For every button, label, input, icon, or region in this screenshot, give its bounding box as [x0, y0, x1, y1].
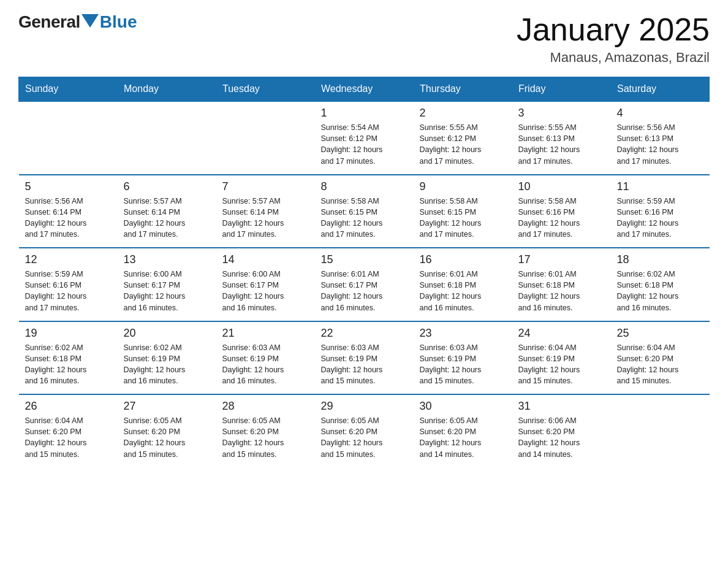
day-info: Sunrise: 6:02 AM Sunset: 6:18 PM Dayligh…	[617, 269, 703, 313]
calendar-cell: 12Sunrise: 5:59 AM Sunset: 6:16 PM Dayli…	[19, 248, 118, 321]
day-number: 8	[321, 180, 408, 193]
calendar-cell	[216, 101, 315, 175]
calendar-cell: 10Sunrise: 5:58 AM Sunset: 6:16 PM Dayli…	[512, 175, 611, 248]
calendar-cell: 19Sunrise: 6:02 AM Sunset: 6:18 PM Dayli…	[19, 321, 118, 395]
calendar-cell	[19, 101, 118, 175]
calendar-cell: 20Sunrise: 6:02 AM Sunset: 6:19 PM Dayli…	[118, 321, 216, 395]
day-number: 21	[222, 327, 309, 340]
day-info: Sunrise: 6:03 AM Sunset: 6:19 PM Dayligh…	[321, 342, 408, 387]
day-number: 13	[124, 253, 210, 266]
day-info: Sunrise: 6:02 AM Sunset: 6:18 PM Dayligh…	[25, 342, 112, 387]
calendar-week-row: 26Sunrise: 6:04 AM Sunset: 6:20 PM Dayli…	[19, 394, 710, 467]
calendar-week-row: 12Sunrise: 5:59 AM Sunset: 6:16 PM Dayli…	[19, 248, 710, 321]
day-info: Sunrise: 5:58 AM Sunset: 6:15 PM Dayligh…	[321, 196, 408, 240]
day-info: Sunrise: 6:05 AM Sunset: 6:20 PM Dayligh…	[222, 415, 309, 460]
day-info: Sunrise: 6:00 AM Sunset: 6:17 PM Dayligh…	[222, 269, 309, 313]
day-info: Sunrise: 5:58 AM Sunset: 6:16 PM Dayligh…	[518, 196, 605, 240]
calendar-header-wednesday: Wednesday	[315, 77, 414, 102]
day-number: 24	[518, 327, 605, 340]
day-number: 22	[321, 327, 408, 340]
calendar-cell: 9Sunrise: 5:58 AM Sunset: 6:15 PM Daylig…	[414, 175, 512, 248]
day-number: 20	[124, 327, 210, 340]
day-info: Sunrise: 6:02 AM Sunset: 6:19 PM Dayligh…	[124, 342, 210, 387]
day-info: Sunrise: 5:59 AM Sunset: 6:16 PM Dayligh…	[25, 269, 112, 313]
logo: General Blue	[18, 12, 137, 32]
calendar-cell: 26Sunrise: 6:04 AM Sunset: 6:20 PM Dayli…	[19, 394, 118, 467]
title-block: January 2025 Manaus, Amazonas, Brazil	[517, 12, 710, 66]
calendar-title: January 2025	[517, 12, 710, 47]
calendar-cell: 11Sunrise: 5:59 AM Sunset: 6:16 PM Dayli…	[611, 175, 710, 248]
calendar-header-monday: Monday	[118, 77, 216, 102]
calendar-table: SundayMondayTuesdayWednesdayThursdayFrid…	[18, 77, 710, 467]
day-number: 5	[25, 180, 112, 193]
day-info: Sunrise: 5:57 AM Sunset: 6:14 PM Dayligh…	[222, 196, 309, 240]
day-info: Sunrise: 6:04 AM Sunset: 6:20 PM Dayligh…	[25, 415, 112, 460]
day-number: 10	[518, 180, 605, 193]
day-info: Sunrise: 6:03 AM Sunset: 6:19 PM Dayligh…	[420, 342, 506, 387]
day-info: Sunrise: 6:01 AM Sunset: 6:18 PM Dayligh…	[518, 269, 605, 313]
calendar-cell: 3Sunrise: 5:55 AM Sunset: 6:13 PM Daylig…	[512, 101, 611, 175]
day-number: 2	[420, 107, 506, 120]
day-number: 27	[124, 400, 210, 413]
day-number: 19	[25, 327, 112, 340]
calendar-cell: 21Sunrise: 6:03 AM Sunset: 6:19 PM Dayli…	[216, 321, 315, 395]
day-number: 3	[518, 107, 605, 120]
day-info: Sunrise: 6:05 AM Sunset: 6:20 PM Dayligh…	[321, 415, 408, 460]
day-info: Sunrise: 6:04 AM Sunset: 6:19 PM Dayligh…	[518, 342, 605, 387]
calendar-header-sunday: Sunday	[19, 77, 118, 102]
calendar-cell: 25Sunrise: 6:04 AM Sunset: 6:20 PM Dayli…	[611, 321, 710, 395]
day-number: 30	[420, 400, 506, 413]
day-info: Sunrise: 6:01 AM Sunset: 6:17 PM Dayligh…	[321, 269, 408, 313]
logo-general-text: General	[18, 12, 80, 32]
day-number: 31	[518, 400, 605, 413]
calendar-week-row: 1Sunrise: 5:54 AM Sunset: 6:12 PM Daylig…	[19, 101, 710, 175]
calendar-cell: 4Sunrise: 5:56 AM Sunset: 6:13 PM Daylig…	[611, 101, 710, 175]
calendar-location: Manaus, Amazonas, Brazil	[517, 50, 710, 66]
day-number: 28	[222, 400, 309, 413]
day-number: 18	[617, 253, 703, 266]
calendar-cell	[611, 394, 710, 467]
calendar-week-row: 19Sunrise: 6:02 AM Sunset: 6:18 PM Dayli…	[19, 321, 710, 395]
day-number: 26	[25, 400, 112, 413]
calendar-header-saturday: Saturday	[611, 77, 710, 102]
calendar-cell: 29Sunrise: 6:05 AM Sunset: 6:20 PM Dayli…	[315, 394, 414, 467]
day-number: 16	[420, 253, 506, 266]
calendar-cell	[118, 101, 216, 175]
page-header: General Blue January 2025 Manaus, Amazon…	[18, 12, 710, 66]
calendar-cell: 8Sunrise: 5:58 AM Sunset: 6:15 PM Daylig…	[315, 175, 414, 248]
day-info: Sunrise: 5:56 AM Sunset: 6:14 PM Dayligh…	[25, 196, 112, 240]
day-info: Sunrise: 5:54 AM Sunset: 6:12 PM Dayligh…	[321, 122, 408, 167]
day-number: 7	[222, 180, 309, 193]
day-info: Sunrise: 6:05 AM Sunset: 6:20 PM Dayligh…	[124, 415, 210, 460]
day-info: Sunrise: 6:06 AM Sunset: 6:20 PM Dayligh…	[518, 415, 605, 460]
day-info: Sunrise: 5:55 AM Sunset: 6:13 PM Dayligh…	[518, 122, 605, 167]
calendar-cell: 30Sunrise: 6:05 AM Sunset: 6:20 PM Dayli…	[414, 394, 512, 467]
day-info: Sunrise: 5:58 AM Sunset: 6:15 PM Dayligh…	[420, 196, 506, 240]
calendar-cell: 31Sunrise: 6:06 AM Sunset: 6:20 PM Dayli…	[512, 394, 611, 467]
day-number: 6	[124, 180, 210, 193]
calendar-header-friday: Friday	[512, 77, 611, 102]
calendar-header-row: SundayMondayTuesdayWednesdayThursdayFrid…	[19, 77, 710, 102]
calendar-cell: 5Sunrise: 5:56 AM Sunset: 6:14 PM Daylig…	[19, 175, 118, 248]
calendar-week-row: 5Sunrise: 5:56 AM Sunset: 6:14 PM Daylig…	[19, 175, 710, 248]
day-info: Sunrise: 5:57 AM Sunset: 6:14 PM Dayligh…	[124, 196, 210, 240]
day-info: Sunrise: 6:00 AM Sunset: 6:17 PM Dayligh…	[124, 269, 210, 313]
logo-triangle-icon	[82, 14, 99, 28]
day-number: 23	[420, 327, 506, 340]
calendar-header-thursday: Thursday	[414, 77, 512, 102]
calendar-cell: 24Sunrise: 6:04 AM Sunset: 6:19 PM Dayli…	[512, 321, 611, 395]
day-number: 1	[321, 107, 408, 120]
day-number: 9	[420, 180, 506, 193]
day-info: Sunrise: 5:55 AM Sunset: 6:12 PM Dayligh…	[420, 122, 506, 167]
calendar-cell: 22Sunrise: 6:03 AM Sunset: 6:19 PM Dayli…	[315, 321, 414, 395]
calendar-cell: 27Sunrise: 6:05 AM Sunset: 6:20 PM Dayli…	[118, 394, 216, 467]
calendar-cell: 17Sunrise: 6:01 AM Sunset: 6:18 PM Dayli…	[512, 248, 611, 321]
calendar-cell: 7Sunrise: 5:57 AM Sunset: 6:14 PM Daylig…	[216, 175, 315, 248]
day-number: 11	[617, 180, 703, 193]
calendar-cell: 16Sunrise: 6:01 AM Sunset: 6:18 PM Dayli…	[414, 248, 512, 321]
day-number: 4	[617, 107, 703, 120]
day-number: 25	[617, 327, 703, 340]
calendar-cell: 2Sunrise: 5:55 AM Sunset: 6:12 PM Daylig…	[414, 101, 512, 175]
calendar-cell: 18Sunrise: 6:02 AM Sunset: 6:18 PM Dayli…	[611, 248, 710, 321]
day-info: Sunrise: 6:03 AM Sunset: 6:19 PM Dayligh…	[222, 342, 309, 387]
